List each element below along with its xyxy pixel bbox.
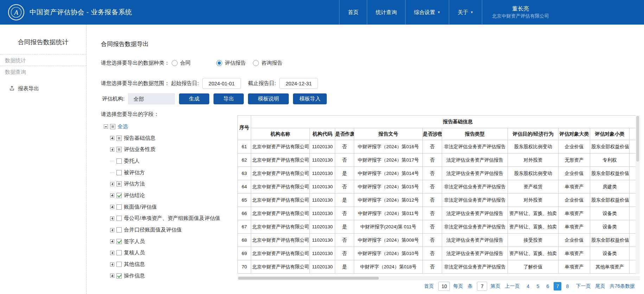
expand-toggle-icon[interactable] bbox=[110, 182, 114, 186]
checkbox-checked-icon[interactable] bbox=[116, 273, 122, 279]
table-row[interactable]: 62北京中财资产评估有限公司11020130否中财评报字（2024）第017号否… bbox=[238, 153, 640, 167]
checkbox-partial-icon[interactable] bbox=[110, 124, 115, 129]
tree-item: 评估方法 bbox=[110, 178, 220, 190]
tree-item-label[interactable]: 评估结论 bbox=[124, 192, 145, 199]
table-row[interactable]: 70北京中财资产评估有限公司11020130是中财评字（2024）第018号否非… bbox=[238, 260, 640, 274]
user-info[interactable]: 董长亮 北京中财资产评估有限公司 bbox=[482, 0, 550, 25]
sidebar-item-1[interactable]: 数据统计 bbox=[0, 54, 86, 66]
tree-item-label[interactable]: 评估方法 bbox=[124, 181, 145, 187]
cell-index: 62 bbox=[238, 153, 251, 167]
vertical-scrollbar-thumb[interactable] bbox=[636, 116, 639, 162]
pager-next[interactable]: 下一页 bbox=[576, 283, 591, 289]
generate-button[interactable]: 生成 bbox=[179, 93, 209, 104]
pager-page-active[interactable]: 7 bbox=[554, 282, 561, 290]
table-row[interactable]: 64北京中财资产评估有限公司11020130否中财评报字（2024）第015号否… bbox=[238, 180, 640, 194]
export-button[interactable]: 导出 bbox=[213, 93, 244, 104]
checkbox-unchecked-icon[interactable] bbox=[116, 216, 122, 221]
radio-button-selected-icon[interactable] bbox=[216, 60, 222, 66]
pager-page[interactable]: 6 bbox=[544, 282, 551, 290]
tree-item-label[interactable]: 全选 bbox=[117, 123, 128, 130]
table-row[interactable]: 63北京中财资产评估有限公司11020130是中财评报字（2024）第014号否… bbox=[238, 167, 640, 180]
tree-item-label[interactable]: 母公司/单项资产、资产组账面值及评估值 bbox=[124, 215, 220, 222]
table-row[interactable]: 68北京中财资产评估有限公司11020130否中财评报字（2024）第008号否… bbox=[238, 234, 640, 247]
cell-index: 69 bbox=[238, 247, 251, 260]
expand-toggle-icon[interactable] bbox=[110, 274, 114, 278]
checkbox-unchecked-icon[interactable] bbox=[116, 262, 122, 267]
tree-item-label[interactable]: 委托人 bbox=[124, 158, 140, 164]
checkbox-checked-icon[interactable] bbox=[116, 239, 122, 244]
pager-prev[interactable]: 上一页 bbox=[505, 283, 519, 289]
cell: 北京中财资产评估有限公司 bbox=[251, 207, 310, 220]
checkbox-checked-icon[interactable] bbox=[116, 193, 122, 198]
expand-toggle-icon[interactable] bbox=[110, 193, 114, 197]
tree-item-label[interactable]: 操作信息 bbox=[124, 273, 145, 279]
horizontal-scrollbar-thumb[interactable] bbox=[238, 277, 379, 280]
cell: 11020130 bbox=[310, 207, 335, 220]
tree-item-label[interactable]: 签字人员 bbox=[124, 238, 145, 245]
cell: 企业价值 bbox=[559, 167, 590, 180]
pager-first[interactable]: 首页 bbox=[424, 283, 434, 289]
expand-toggle-icon[interactable] bbox=[110, 205, 114, 209]
radio-contract[interactable]: 合同 bbox=[172, 60, 191, 66]
cell: 中财评字（2024）第018号 bbox=[354, 260, 423, 274]
checkbox-unchecked-icon[interactable] bbox=[116, 250, 122, 255]
checkbox-unchecked-icon[interactable] bbox=[116, 227, 122, 233]
radio-consulting-report[interactable]: 咨询报告 bbox=[253, 60, 282, 66]
checkbox-partial-icon[interactable] bbox=[116, 136, 122, 141]
table-row[interactable]: 67北京中财资产评估有限公司11020130是中财评报字(2024)第 011号… bbox=[238, 220, 640, 234]
start-date-label: 起始报告日: bbox=[171, 80, 199, 87]
pager-page[interactable]: 4 bbox=[524, 282, 532, 290]
tree-item: 评估结论 bbox=[110, 190, 220, 201]
tree-item-label[interactable]: 其他信息 bbox=[124, 261, 145, 268]
expand-toggle-icon[interactable] bbox=[110, 228, 114, 232]
sidebar-item-2[interactable]: 数据查询 bbox=[0, 66, 86, 78]
sidebar-item-report-export[interactable]: 报表导出 bbox=[0, 85, 86, 92]
pager-page-input[interactable] bbox=[477, 282, 487, 291]
pager-page[interactable]: 8 bbox=[563, 282, 571, 290]
expand-toggle-icon[interactable] bbox=[110, 148, 114, 152]
nav-item-3[interactable]: 综合设置▼ bbox=[405, 0, 449, 25]
cell: 否 bbox=[423, 140, 442, 153]
template-import-button[interactable]: 模板导入 bbox=[293, 93, 327, 104]
expand-toggle-icon[interactable] bbox=[110, 239, 114, 243]
cell: 中财评报字（2024）第011号 bbox=[354, 207, 423, 220]
radio-button-icon[interactable] bbox=[253, 60, 259, 66]
data-range-label: 请您选择要导出的数据范围： bbox=[101, 80, 170, 87]
tree-item-label[interactable]: 合并口径账面值及评估值 bbox=[124, 227, 182, 233]
radio-button-icon[interactable] bbox=[172, 60, 178, 66]
end-date-input[interactable] bbox=[279, 78, 318, 89]
tree-item-label[interactable]: 复核人员 bbox=[124, 249, 145, 256]
nav-item-2[interactable]: 统计查询 bbox=[367, 0, 405, 25]
org-select[interactable]: 全部 bbox=[128, 93, 175, 104]
cell: 无形资产 bbox=[559, 153, 590, 167]
pager-page-size-input[interactable] bbox=[438, 282, 450, 291]
tree-item-label[interactable]: 评估业务性质 bbox=[124, 146, 155, 153]
expand-toggle-icon[interactable] bbox=[110, 262, 114, 267]
radio-appraisal-report[interactable]: 评估报告 bbox=[216, 60, 246, 66]
table-row[interactable]: 65北京中财资产评估有限公司11020130是中财评报字（2024）第012号否… bbox=[238, 194, 640, 207]
nav-item-4[interactable]: 关于▼ bbox=[449, 0, 482, 25]
collapse-toggle-icon[interactable] bbox=[104, 124, 108, 129]
checkbox-partial-icon[interactable] bbox=[116, 147, 122, 152]
checkbox-unchecked-icon[interactable] bbox=[116, 204, 122, 210]
checkbox-unchecked-icon[interactable] bbox=[116, 158, 122, 164]
expand-toggle-icon[interactable] bbox=[110, 136, 114, 140]
expand-toggle-icon[interactable] bbox=[110, 216, 114, 221]
nav-item-1[interactable]: 首页 bbox=[339, 0, 367, 25]
start-date-input[interactable] bbox=[202, 78, 241, 89]
vertical-scrollbar[interactable] bbox=[636, 115, 640, 274]
table-row[interactable]: 61北京中财资产评估有限公司11020130否中财评报字（2024）第016号否… bbox=[238, 140, 640, 153]
tree-item-label[interactable]: 账面值/评估值 bbox=[124, 204, 157, 210]
expand-toggle-icon[interactable] bbox=[110, 251, 114, 255]
col-header: 评估对象小类 bbox=[590, 128, 630, 140]
horizontal-scrollbar[interactable] bbox=[237, 276, 640, 280]
pager-last[interactable]: 尾页 bbox=[595, 283, 605, 289]
checkbox-partial-icon[interactable] bbox=[116, 181, 122, 187]
pager-page[interactable]: 5 bbox=[534, 282, 542, 290]
template-help-button[interactable]: 模板说明 bbox=[248, 93, 289, 104]
tree-item-label[interactable]: 报告基础信息 bbox=[124, 135, 155, 142]
checkbox-unchecked-icon[interactable] bbox=[116, 170, 122, 175]
tree-item-label[interactable]: 被评估方 bbox=[124, 169, 145, 176]
table-row[interactable]: 69北京中财资产评估有限公司11020130否中财评报字（2024）第010号否… bbox=[238, 247, 640, 260]
table-row[interactable]: 66北京中财资产评估有限公司11020130否中财评报字（2024）第011号否… bbox=[238, 207, 640, 220]
